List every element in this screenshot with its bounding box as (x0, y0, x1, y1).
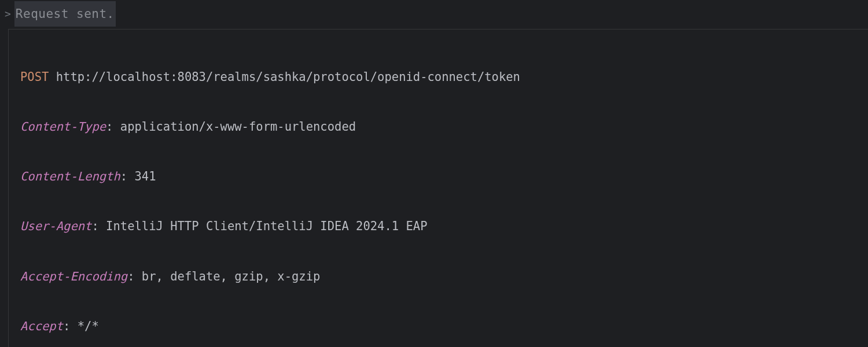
header-name: Content-Type (20, 120, 106, 134)
status-text: Request sent. (14, 1, 116, 27)
header-row: Accept-Encoding: br, deflate, gzip, x-gz… (20, 264, 868, 289)
status-bar[interactable]: > Request sent. (0, 0, 868, 29)
chevron-right-icon: > (5, 3, 11, 25)
header-name: Content-Length (20, 169, 120, 183)
header-name: Accept (20, 319, 63, 333)
request-line: POST http://localhost:8083/realms/sashka… (20, 65, 868, 90)
header-value: IntelliJ HTTP Client/IntelliJ IDEA 2024.… (106, 219, 427, 233)
header-name: Accept-Encoding (20, 270, 127, 283)
header-row: Content-Type: application/x-www-form-url… (20, 115, 868, 139)
header-name: User-Agent (20, 219, 91, 233)
header-value: application/x-www-form-urlencoded (120, 120, 356, 134)
header-value: br, deflate, gzip, x-gzip (142, 270, 321, 283)
request-panel[interactable]: POST http://localhost:8083/realms/sashka… (8, 29, 868, 347)
request-url-value: http://localhost:8083/realms/sashka/prot… (56, 70, 520, 84)
request-url (49, 70, 56, 84)
http-method: POST (20, 70, 49, 84)
header-row: Accept: */* (20, 314, 868, 339)
header-value: */* (78, 319, 99, 333)
header-value: 341 (134, 169, 156, 183)
header-row: User-Agent: IntelliJ HTTP Client/Intelli… (20, 214, 868, 239)
header-row: Content-Length: 341 (20, 164, 868, 189)
